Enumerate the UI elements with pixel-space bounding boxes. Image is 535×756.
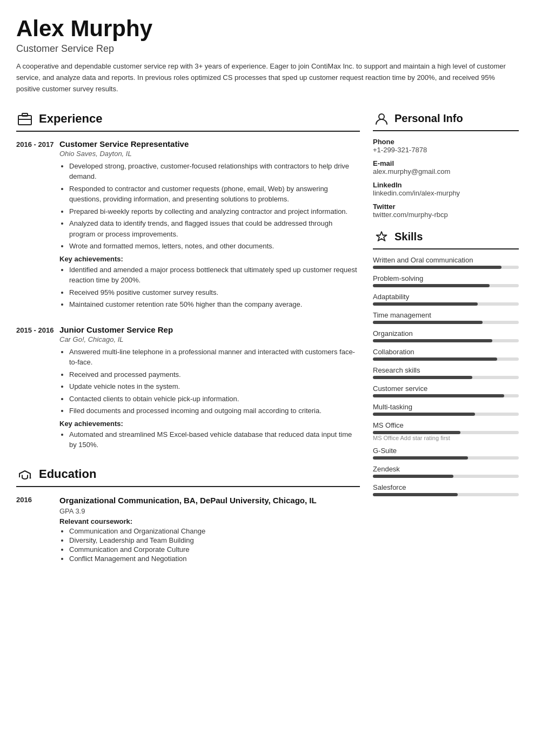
skill-bar-background [373, 357, 519, 361]
achievements-list: Automated and streamlined MS Excel-based… [59, 429, 360, 450]
skill-bar-fill [373, 376, 472, 379]
skill-bar-background [373, 266, 519, 269]
personal-info-section: Personal Info Phone+1-299-321-7878E-mail… [373, 110, 519, 219]
personal-info-label: Twitter [373, 202, 519, 211]
bullet-item: Responded to contractor and customer req… [69, 184, 360, 205]
skill-bar-background [373, 376, 519, 379]
candidate-title: Customer Service Rep [16, 43, 519, 55]
experience-icon [16, 110, 34, 127]
education-icon [16, 465, 34, 483]
skills-label: Skills [394, 231, 423, 243]
experience-list: 2016 - 2017Customer Service Representati… [16, 139, 360, 454]
skill-name: G-Suite [373, 447, 519, 455]
skill-name: Research skills [373, 366, 519, 374]
achievement-item: Received 95% positive customer survey re… [69, 287, 360, 298]
skill-item: Research skills [373, 366, 519, 379]
skill-bar-fill [373, 394, 504, 397]
entry-company: Car Go!, Chicago, IL [59, 335, 360, 343]
skill-item: Collaboration [373, 348, 519, 361]
bullet-item: Developed strong, proactive, customer-fo… [69, 161, 360, 182]
right-column: Personal Info Phone+1-299-321-7878E-mail… [373, 110, 519, 573]
bullet-item: Wrote and formatted memos, letters, note… [69, 241, 360, 252]
experience-entry: 2015 - 2016Junior Customer Service RepCa… [16, 325, 360, 454]
bullet-item: Analyzed data to identify trends, and fl… [69, 218, 360, 239]
skill-bar-background [373, 475, 519, 478]
education-section-header: Education [16, 465, 360, 487]
skill-name: Customer service [373, 384, 519, 393]
skills-section: Skills Written and Oral communicationPro… [373, 228, 519, 496]
skill-bar-background [373, 284, 519, 287]
entry-company: Ohio Saves, Dayton, IL [59, 150, 360, 158]
education-section: Education 2016Organizational Communicati… [16, 465, 360, 564]
edu-gpa: GPA 3.9 [59, 507, 360, 515]
skill-note: MS Office Add star rating first [373, 435, 519, 441]
skill-bar-fill [373, 302, 478, 306]
personal-info-item: LinkedInlinkedin.com/in/alex-murphy [373, 181, 519, 197]
personal-info-header: Personal Info [373, 110, 519, 131]
entry-content: Customer Service RepresentativeOhio Save… [59, 139, 360, 313]
skill-bar-fill [373, 413, 475, 416]
skill-name: Time management [373, 311, 519, 319]
achievements-label: Key achievements: [59, 420, 360, 428]
coursework-list: Communication and Organizational ChangeD… [59, 527, 360, 563]
coursework-item: Diversity, Leadership and Team Building [69, 536, 360, 544]
personal-info-list: Phone+1-299-321-7878E-mailalex.murphy@gm… [373, 138, 519, 219]
experience-label: Experience [39, 112, 102, 126]
bullet-item: Received and processed payments. [69, 369, 360, 380]
personal-info-icon [373, 110, 390, 127]
skills-header: Skills [373, 228, 519, 249]
skill-bar-fill [373, 475, 453, 478]
experience-section: Experience 2016 - 2017Customer Service R… [16, 110, 360, 454]
skill-bar-background [373, 302, 519, 306]
skill-item: Zendesk [373, 465, 519, 478]
edu-content: Organizational Communication, BA, DePaul… [59, 495, 360, 564]
skill-name: Collaboration [373, 348, 519, 356]
personal-info-label: E-mail [373, 159, 519, 167]
skills-icon [373, 228, 390, 246]
candidate-summary: A cooperative and dependable customer se… [16, 61, 519, 94]
skill-bar-fill [373, 357, 497, 361]
skill-name: Zendesk [373, 465, 519, 473]
edu-year: 2016 [16, 495, 59, 564]
svg-rect-1 [22, 113, 28, 116]
skill-name: Adaptability [373, 293, 519, 301]
experience-section-header: Experience [16, 110, 360, 132]
skill-item: Customer service [373, 384, 519, 397]
entry-dates: 2016 - 2017 [16, 139, 59, 313]
entry-job-title: Customer Service Representative [59, 139, 360, 148]
personal-info-label: Personal Info [394, 112, 463, 125]
skill-bar-background [373, 413, 519, 416]
education-entry: 2016Organizational Communication, BA, De… [16, 495, 360, 564]
personal-info-value: twitter.com/murphy-rbcp [373, 211, 519, 219]
entry-bullets: Answered multi-line telephone in a profe… [59, 347, 360, 416]
skill-name: MS Office [373, 421, 519, 429]
personal-info-label: LinkedIn [373, 181, 519, 189]
personal-info-value: +1-299-321-7878 [373, 146, 519, 154]
personal-info-item: Phone+1-299-321-7878 [373, 138, 519, 154]
bullet-item: Answered multi-line telephone in a profe… [69, 347, 360, 368]
skill-bar-fill [373, 321, 483, 324]
entry-job-title: Junior Customer Service Rep [59, 325, 360, 334]
left-column: Experience 2016 - 2017Customer Service R… [16, 110, 360, 573]
personal-info-item: Twittertwitter.com/murphy-rbcp [373, 202, 519, 219]
skill-bar-background [373, 493, 519, 496]
education-label: Education [39, 467, 96, 481]
candidate-name: Alex Murphy [16, 16, 519, 41]
skill-item: G-Suite [373, 447, 519, 460]
achievements-label: Key achievements: [59, 255, 360, 263]
experience-entry: 2016 - 2017Customer Service Representati… [16, 139, 360, 313]
skill-name: Salesforce [373, 483, 519, 491]
skill-item: Written and Oral communication [373, 256, 519, 269]
edu-degree: Organizational Communication, BA, DePaul… [59, 495, 360, 506]
achievement-item: Identified and amended a major process b… [69, 265, 360, 286]
coursework-label: Relevant coursework: [59, 517, 360, 525]
skill-item: Multi-tasking [373, 403, 519, 416]
skill-bar-fill [373, 339, 492, 342]
header-section: Alex Murphy Customer Service Rep A coope… [16, 16, 519, 95]
skill-bar-background [373, 431, 519, 434]
svg-point-5 [379, 114, 384, 119]
skill-bar-fill [373, 266, 501, 269]
coursework-item: Communication and Organizational Change [69, 527, 360, 535]
education-list: 2016Organizational Communication, BA, De… [16, 495, 360, 564]
skill-item: Organization [373, 329, 519, 342]
